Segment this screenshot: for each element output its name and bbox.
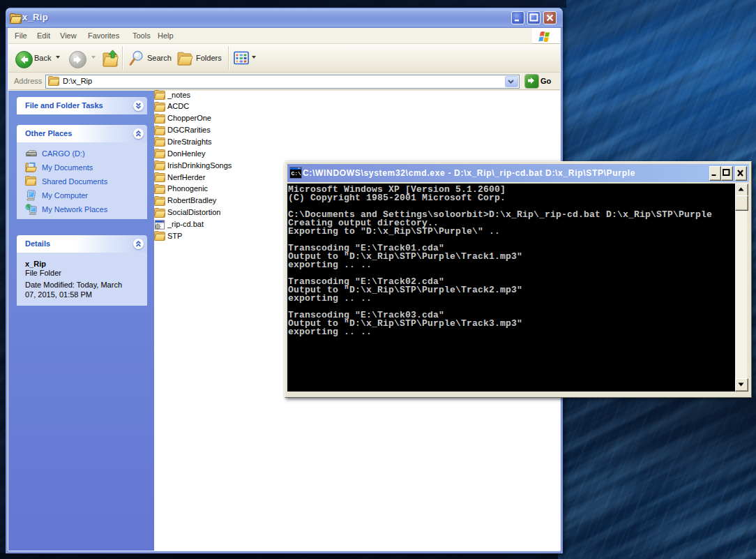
- svg-text:C:\: C:\: [291, 170, 301, 177]
